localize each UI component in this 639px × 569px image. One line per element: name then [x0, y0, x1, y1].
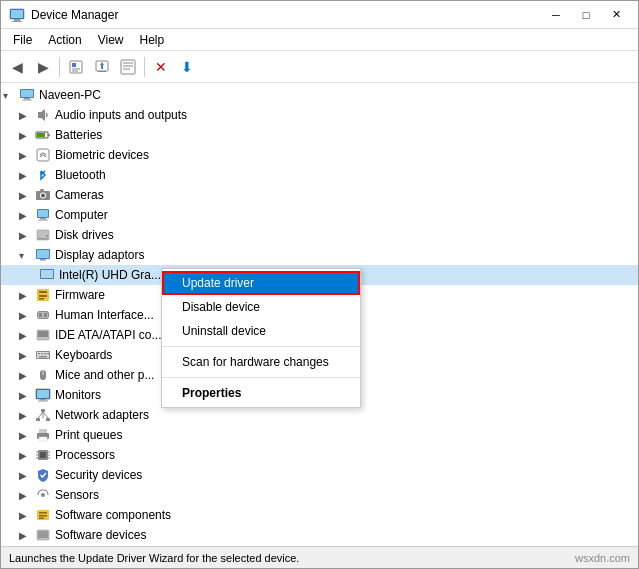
status-right: wsxdn.com — [575, 552, 630, 564]
menu-file[interactable]: File — [5, 31, 40, 49]
arrow-icon: ▶ — [19, 290, 35, 301]
menu-help[interactable]: Help — [132, 31, 173, 49]
item-label: Sensors — [55, 488, 99, 502]
list-item[interactable]: ▶ Disk drives — [1, 225, 638, 245]
back-button[interactable]: ◀ — [5, 55, 29, 79]
uninstall-button[interactable]: ✕ — [149, 55, 173, 79]
separator-1 — [59, 57, 60, 77]
minimize-button[interactable]: ─ — [542, 5, 570, 25]
arrow-icon: ▶ — [19, 210, 35, 221]
list-item[interactable]: ▶ Software components — [1, 505, 638, 525]
svg-rect-48 — [44, 313, 47, 317]
item-label: Security devices — [55, 468, 142, 482]
svg-rect-40 — [41, 270, 53, 278]
arrow-icon: ▶ — [19, 510, 35, 521]
download-button[interactable]: ⬇ — [175, 55, 199, 79]
svg-line-67 — [38, 412, 43, 418]
svg-rect-53 — [38, 353, 40, 355]
svg-rect-22 — [48, 134, 50, 136]
camera-icon — [35, 187, 51, 203]
status-bar: Launches the Update Driver Wizard for th… — [1, 546, 638, 568]
svg-rect-83 — [39, 512, 47, 514]
audio-icon — [35, 107, 51, 123]
arrow-icon: ▶ — [19, 490, 35, 501]
tree-root[interactable]: ▾ Naveen-PC — [1, 85, 638, 105]
battery-icon — [35, 127, 51, 143]
svg-rect-71 — [39, 429, 47, 433]
arrow-icon: ▶ — [19, 450, 35, 461]
update-driver-menu-item[interactable]: Update driver — [162, 271, 360, 295]
hid-icon — [35, 307, 51, 323]
disk-icon — [35, 227, 51, 243]
list-item[interactable]: ▶ Batteries — [1, 125, 638, 145]
update-driver-button[interactable] — [90, 55, 114, 79]
item-label: Network adapters — [55, 408, 149, 422]
list-item[interactable]: ▶ Software devices — [1, 525, 638, 545]
arrow-icon: ▶ — [19, 370, 35, 381]
svg-rect-18 — [24, 98, 30, 100]
svg-rect-28 — [40, 189, 44, 191]
forward-button[interactable]: ▶ — [31, 55, 55, 79]
keyboard-icon — [35, 347, 51, 363]
arrow-icon: ▾ — [19, 250, 35, 261]
item-label: Audio inputs and outputs — [55, 108, 187, 122]
menu-action[interactable]: Action — [40, 31, 89, 49]
properties-button[interactable] — [64, 55, 88, 79]
properties-menu-item[interactable]: Properties — [162, 381, 360, 405]
status-text: Launches the Update Driver Wizard for th… — [9, 552, 299, 564]
svg-rect-43 — [39, 295, 47, 297]
svg-rect-61 — [37, 390, 49, 398]
item-label: Cameras — [55, 188, 104, 202]
list-item[interactable]: ▾ Display adaptors — [1, 245, 638, 265]
bluetooth-icon — [35, 167, 51, 183]
printer-icon — [35, 427, 51, 443]
title-bar-label: Device Manager — [31, 8, 118, 22]
list-item[interactable]: ▶ Print queues — [1, 425, 638, 445]
list-item[interactable]: ▶ Biometric devices — [1, 145, 638, 165]
svg-rect-34 — [38, 238, 48, 240]
list-item[interactable]: ▶ Audio inputs and outputs — [1, 105, 638, 125]
context-menu-separator — [162, 346, 360, 347]
item-label: Monitors — [55, 388, 101, 402]
list-item[interactable]: ▶ Security devices — [1, 465, 638, 485]
svg-rect-50 — [38, 331, 48, 337]
list-item[interactable]: ▶ Bluetooth — [1, 165, 638, 185]
svg-rect-1 — [14, 19, 20, 21]
list-item[interactable]: ▶ Sound, video and game controllers — [1, 545, 638, 546]
svg-rect-23 — [37, 133, 45, 137]
scan-changes-button[interactable] — [116, 55, 140, 79]
svg-rect-84 — [39, 515, 47, 517]
arrow-icon: ▶ — [19, 170, 35, 181]
list-item[interactable]: ▶ Processors — [1, 445, 638, 465]
device-tree[interactable]: ▾ Naveen-PC ▶ — [1, 83, 638, 546]
arrow-icon: ▶ — [19, 190, 35, 201]
item-label: Mice and other p... — [55, 368, 154, 382]
menu-view[interactable]: View — [90, 31, 132, 49]
list-item[interactable]: ▶ Network adapters — [1, 405, 638, 425]
list-item[interactable]: ▶ Sensors — [1, 485, 638, 505]
svg-rect-9 — [98, 71, 106, 72]
item-label: Bluetooth — [55, 168, 106, 182]
title-bar-controls: ─ □ ✕ — [542, 5, 630, 25]
software-components-icon — [35, 507, 51, 523]
menu-bar: File Action View Help — [1, 29, 638, 51]
toolbar: ◀ ▶ — [1, 51, 638, 83]
close-button[interactable]: ✕ — [602, 5, 630, 25]
arrow-icon: ▶ — [19, 150, 35, 161]
uninstall-device-menu-item[interactable]: Uninstall device — [162, 319, 360, 343]
arrow-icon: ▶ — [19, 470, 35, 481]
item-label: Keyboards — [55, 348, 112, 362]
svg-rect-42 — [39, 291, 47, 293]
item-label: Biometric devices — [55, 148, 149, 162]
sensor-icon — [35, 487, 51, 503]
list-item[interactable]: ▶ Cameras — [1, 185, 638, 205]
disable-device-menu-item[interactable]: Disable device — [162, 295, 360, 319]
item-label: Software devices — [55, 528, 146, 542]
arrow-icon: ▶ — [19, 430, 35, 441]
list-item[interactable]: ▶ Computer — [1, 205, 638, 225]
network-icon — [35, 407, 51, 423]
scan-hardware-menu-item[interactable]: Scan for hardware changes — [162, 350, 360, 374]
maximize-button[interactable]: □ — [572, 5, 600, 25]
svg-rect-32 — [38, 220, 48, 221]
arrow-icon: ▶ — [19, 230, 35, 241]
